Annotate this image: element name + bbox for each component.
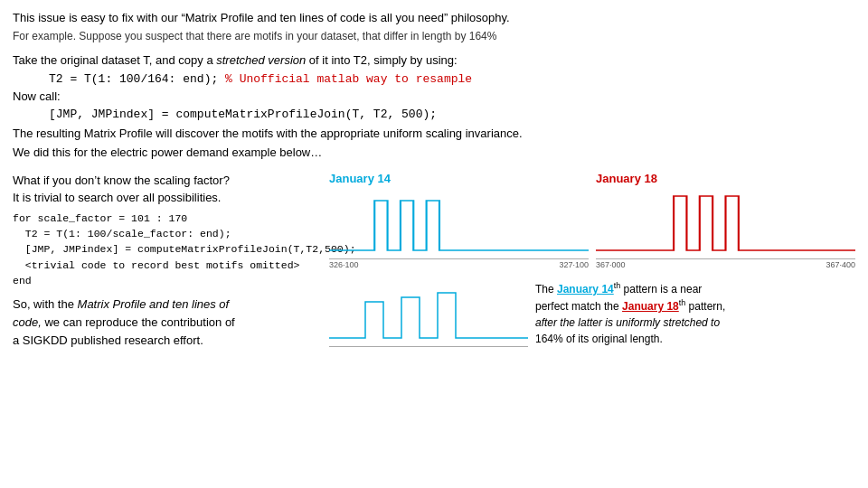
so-with: So, with the [13, 297, 78, 311]
question1: What if you don’t know the scaling facto… [13, 172, 320, 190]
jan18-chart-svg [596, 187, 855, 259]
bottom-row: The January 14th pattern is a near perfe… [329, 275, 855, 347]
jan14-chart-wrap: January 14 326·100 327·100 [329, 172, 589, 269]
stretched-version: stretched version [216, 53, 306, 67]
sigkdd-text: a SIGKDD published research effort. [13, 333, 203, 347]
jan18-chart-container [596, 187, 855, 259]
stretch-section: Take the original dataset T, and copy a … [13, 52, 855, 163]
code-comment-1: % Unofficial matlab way to resample [218, 72, 472, 86]
jan14-label: January 14 [329, 172, 589, 185]
left-column: What if you don’t know the scaling facto… [13, 172, 320, 350]
top-charts-row: January 14 326·100 327·100 January 18 [329, 172, 855, 269]
desc-near: pattern is a near [620, 283, 702, 296]
scale-code-block: for scale_factor = 101 : 170 T2 = T(1: 1… [13, 211, 320, 273]
bottom-chart-wrap [329, 275, 528, 347]
desc-pattern: pattern, [685, 300, 725, 313]
result-line2: We did this for the electric power deman… [13, 144, 855, 163]
jan18-chart-wrap: January 18 367·000 367·400 [596, 172, 855, 269]
jan14-axis-right: 327·100 [559, 260, 589, 269]
jan18-axis-left: 367·000 [596, 260, 626, 269]
reproduce-text: we can reproduce the contribution of [42, 315, 235, 329]
question-section: What if you don’t know the scaling facto… [13, 172, 320, 207]
bottom-chart-svg [329, 275, 528, 347]
jan14-axis-left: 326·100 [329, 260, 359, 269]
jan18-label: January 18 [596, 172, 855, 185]
desc-prefix: The [535, 283, 557, 296]
intro-line2: For example. Suppose you suspect that th… [13, 28, 855, 44]
jan14-axis: 326·100 327·100 [329, 260, 589, 269]
jan14-chart-container [329, 187, 589, 259]
desc-perfect: perfect match the [535, 300, 622, 313]
bottom-chart-container [329, 275, 528, 347]
take-prefix: Take the original dataset T, and copy a [13, 53, 216, 67]
take-suffix: of it into T2, simply by using: [306, 53, 457, 67]
jan18-axis: 367·000 367·400 [596, 260, 855, 269]
bottom-text: So, with the Matrix Profile and ten line… [13, 296, 320, 350]
desc-164: 164% of its original length. [535, 333, 663, 345]
intro-section: This issue is easy to fix with our “Matr… [13, 9, 855, 44]
desc-jan18: January 18 [622, 300, 679, 313]
jan18-axis-right: 367·400 [826, 260, 855, 269]
main-content: What if you don’t know the scaling facto… [13, 172, 855, 350]
desc-jan14: January 14 [557, 283, 614, 296]
end-label: end [13, 275, 320, 286]
desc-after: after the latter is uniformly stretched … [535, 316, 720, 329]
code-line-1: T2 = T(1: 100/164: end); % Unofficial ma… [49, 72, 855, 86]
result-line1: The resulting Matrix Profile will discov… [13, 125, 855, 144]
description-box: The January 14th pattern is a near perfe… [535, 280, 855, 347]
code-italic: code, [13, 315, 42, 329]
jan14-chart-svg [329, 187, 589, 259]
intro-line1: This issue is easy to fix with our “Matr… [13, 9, 855, 28]
now-call-label: Now call: [13, 88, 855, 107]
take-text: Take the original dataset T, and copy a … [13, 52, 855, 70]
question2: It is trivial to search over all possibi… [13, 189, 320, 207]
code-line-2: [JMP, JMPindex] = computeMatrixProfileJo… [49, 108, 855, 121]
italic-title: Matrix Profile and ten lines of [78, 297, 230, 311]
right-column: January 14 326·100 327·100 January 18 [329, 172, 855, 350]
